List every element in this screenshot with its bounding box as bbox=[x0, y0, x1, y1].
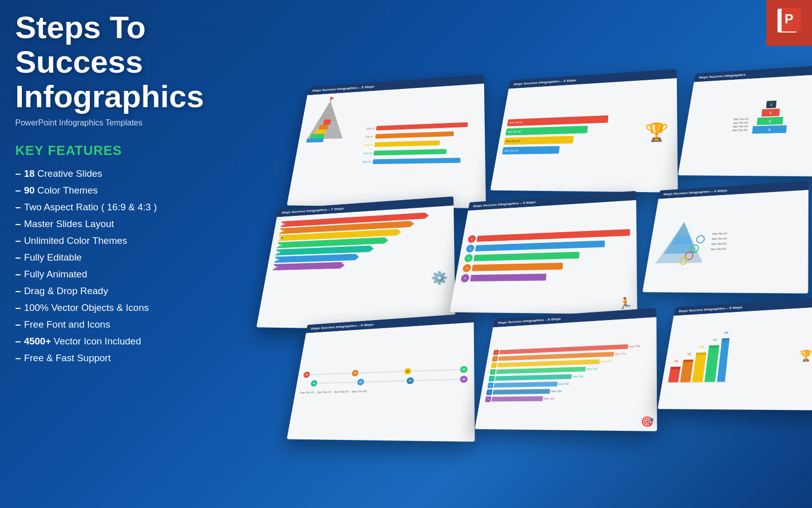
features-list: – 18 Creative Slides – 90 Color Themes –… bbox=[15, 168, 233, 364]
slide-card-2: Steps Success Infographics – 4 Steps Mai… bbox=[490, 69, 678, 193]
feature-item-10: – Free Font and Icons bbox=[15, 319, 233, 330]
dash-3: – bbox=[15, 201, 21, 213]
feature-bold-1: 18 bbox=[24, 168, 35, 179]
dash-9: – bbox=[15, 302, 21, 313]
slide-3-body: Main Title #01 Main Title #02 Main Title… bbox=[678, 73, 812, 176]
feature-bold-2: 90 bbox=[24, 185, 35, 196]
svg-rect-35 bbox=[696, 353, 706, 355]
main-title: Steps To Success Infographics bbox=[15, 10, 233, 114]
slide-card-7: Steps Success Infographics – 8 Steps 01 … bbox=[287, 313, 475, 442]
feature-item-3: – Two Aspect Ratio ( 16:9 & 4:3 ) bbox=[15, 201, 233, 213]
feature-item-2: – 90 Color Themes bbox=[15, 184, 233, 196]
slide-2-body: Main Title #01 Main Title #02 Main Title… bbox=[490, 78, 678, 192]
dash-11: – bbox=[15, 335, 21, 347]
ppt-icon-label: P bbox=[776, 7, 802, 39]
slide-card-5: Steps Success Infographics – 5 Steps 1 2… bbox=[450, 191, 637, 314]
slide-6-body: Main Title #01 Main Title #02 Main Title… bbox=[642, 190, 808, 293]
slide-card-4: Steps Success Infographics – 7 Steps 01 … bbox=[256, 197, 455, 331]
svg-rect-7 bbox=[315, 130, 326, 134]
svg-marker-11 bbox=[330, 97, 334, 100]
svg-text:04: 04 bbox=[713, 338, 717, 341]
dash-8: – bbox=[15, 285, 21, 297]
slide-8-body: 1 Main Title 2 Main Title 3 Main Title 4 bbox=[475, 317, 657, 431]
feature-item-7: – Fully Animated bbox=[15, 268, 233, 280]
slides-container: Steps Success Infographics – 5 Steps bbox=[259, 61, 812, 478]
svg-rect-6 bbox=[319, 124, 328, 130]
dash-6: – bbox=[15, 251, 21, 263]
feature-item-5: – Unlimited Color Themes bbox=[15, 235, 233, 246]
feature-item-1: – 18 Creative Slides bbox=[15, 168, 233, 179]
slide-9-body: 01 02 03 04 05 bbox=[658, 307, 812, 410]
slide-card-1: Steps Success Infographics – 5 Steps bbox=[287, 75, 486, 209]
dash-2: – bbox=[15, 184, 21, 196]
svg-text:03: 03 bbox=[700, 345, 704, 348]
ppt-icon-badge: P bbox=[766, 0, 812, 46]
feature-item-8: – Drag & Drop Ready bbox=[15, 285, 233, 297]
slide-card-8: Steps Success Infographics – 8 Steps 1 M… bbox=[475, 308, 657, 431]
feature-item-4: – Master Slides Layout bbox=[15, 218, 233, 230]
dash-1: – bbox=[15, 168, 21, 179]
slide-4-arrows: 01 02 03 04 05 06 07 bbox=[270, 209, 450, 272]
slide-card-3: Steps Success Infographics Main Title #0… bbox=[678, 64, 812, 177]
feature-item-12: – Free & Fast Support bbox=[15, 352, 233, 364]
dash-4: – bbox=[15, 218, 21, 230]
svg-rect-37 bbox=[704, 346, 719, 382]
subtitle: PowerPoint Infographics Templates bbox=[15, 118, 233, 128]
slide-7-body: 01 02 03 04 05 06 07 08 bbox=[287, 322, 475, 441]
slide-card-9: Steps Success Infographics – 5 Steps 01 … bbox=[658, 298, 812, 410]
dash-7: – bbox=[15, 268, 21, 280]
feature-item-6: – Fully Editable bbox=[15, 251, 233, 263]
svg-text:P: P bbox=[785, 11, 793, 26]
svg-point-24 bbox=[696, 236, 705, 243]
slide-1-body: Step 01 Step 02 Step 03 Step 04 Step 05 bbox=[287, 84, 486, 208]
svg-text:01: 01 bbox=[674, 359, 679, 363]
slide-card-6: Steps Success Infographics – 4 Steps Mai… bbox=[642, 181, 808, 294]
left-panel: Steps To Success Infographics PowerPoint… bbox=[15, 10, 233, 369]
key-features-heading: KEY FEATURES bbox=[15, 143, 233, 158]
svg-rect-38 bbox=[709, 345, 720, 347]
dash-10: – bbox=[15, 319, 21, 330]
feature-bold-11: 4500+ bbox=[24, 336, 51, 346]
svg-rect-28 bbox=[668, 367, 680, 383]
svg-rect-41 bbox=[722, 338, 729, 341]
svg-rect-32 bbox=[683, 360, 693, 362]
dash-5: – bbox=[15, 235, 21, 246]
feature-item-9: – 100% Vector Objects & Icons bbox=[15, 302, 233, 313]
svg-text:05: 05 bbox=[724, 331, 728, 334]
svg-rect-5 bbox=[323, 119, 331, 125]
svg-rect-31 bbox=[680, 360, 693, 382]
svg-rect-34 bbox=[692, 353, 706, 382]
slide-4-body: 01 02 03 04 05 06 07 ⚙️ bbox=[256, 206, 455, 330]
svg-rect-9 bbox=[306, 138, 323, 143]
dash-12: – bbox=[15, 352, 21, 364]
svg-text:02: 02 bbox=[687, 352, 692, 356]
svg-rect-29 bbox=[670, 367, 681, 369]
feature-item-11: – 4500+ Vector Icon Included bbox=[15, 335, 233, 347]
svg-rect-8 bbox=[311, 134, 324, 139]
slide-5-body: 1 2 3 4 5 � bbox=[450, 200, 637, 314]
